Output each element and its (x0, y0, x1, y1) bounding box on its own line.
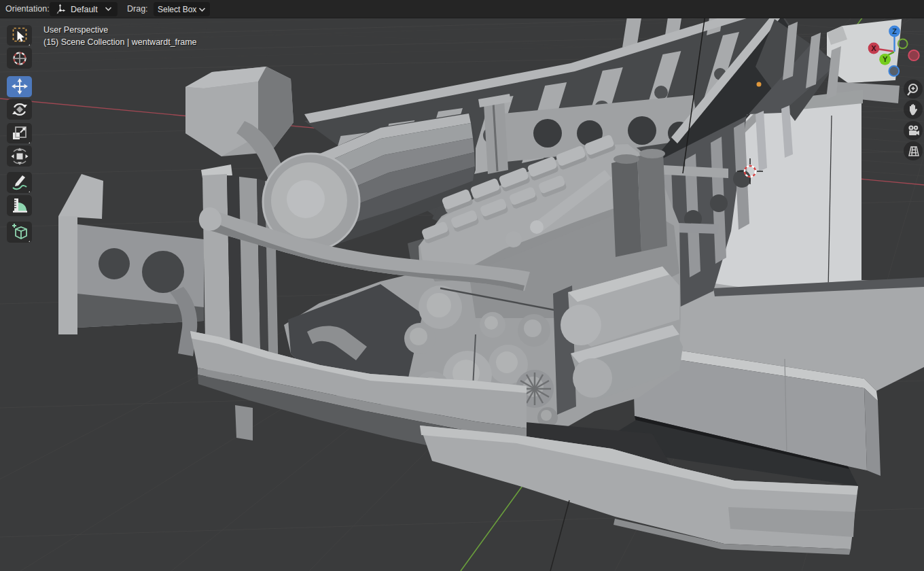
svg-text:Y: Y (883, 55, 888, 63)
svg-text:Z: Z (892, 27, 897, 35)
svg-text:X: X (871, 44, 876, 52)
